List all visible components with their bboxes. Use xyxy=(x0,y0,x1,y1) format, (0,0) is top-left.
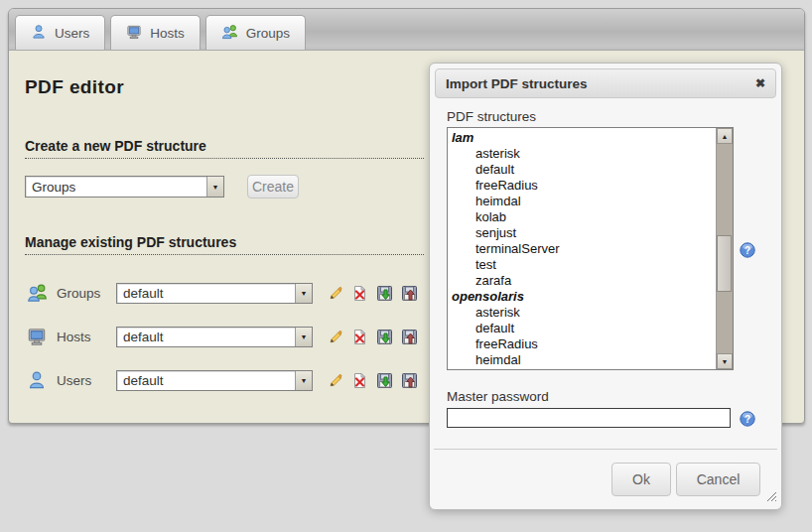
pdf-structure-item[interactable]: zarafa xyxy=(452,273,733,289)
pdf-structure-item[interactable]: test xyxy=(452,257,733,273)
new-structure-type-select[interactable]: Groups ▼ xyxy=(25,176,224,198)
delete-icon[interactable] xyxy=(351,329,368,345)
export-icon[interactable] xyxy=(376,329,393,345)
scroll-down-button[interactable]: ▼ xyxy=(717,353,733,369)
import-icon[interactable] xyxy=(401,285,418,302)
users-structure-select[interactable]: default ▼ xyxy=(116,370,313,391)
import-icon[interactable] xyxy=(401,372,418,389)
groups-structure-select[interactable]: default ▼ xyxy=(116,283,313,304)
cancel-button[interactable]: Cancel xyxy=(676,463,760,496)
help-icon[interactable]: ? xyxy=(740,242,755,261)
pdf-structure-item[interactable]: heimdal xyxy=(452,352,733,368)
user-icon xyxy=(27,370,51,390)
pdf-structure-item[interactable]: senjust xyxy=(452,225,733,241)
host-icon xyxy=(126,24,142,43)
select-value: default xyxy=(117,330,295,344)
tab-label: Users xyxy=(55,26,89,41)
svg-text:?: ? xyxy=(744,245,750,256)
import-icon[interactable] xyxy=(401,329,418,345)
tab-header: Users Hosts Groups xyxy=(9,9,804,51)
select-value: default xyxy=(117,286,295,301)
import-pdf-structures-dialog: Import PDF structures ✖ PDF structures l… xyxy=(429,63,782,510)
svg-text:?: ? xyxy=(744,414,750,425)
tab-hosts[interactable]: Hosts xyxy=(110,15,201,50)
dialog-titlebar[interactable]: Import PDF structures ✖ xyxy=(435,68,776,98)
pdf-structure-item[interactable]: default xyxy=(452,162,733,178)
user-icon xyxy=(31,24,47,43)
pdf-structure-item[interactable]: kolab xyxy=(452,368,733,370)
pdf-structure-item[interactable]: lam xyxy=(452,130,733,146)
scrollbar-thumb[interactable] xyxy=(717,235,732,292)
scroll-up-button[interactable]: ▲ xyxy=(717,128,733,144)
close-icon[interactable]: ✖ xyxy=(755,77,765,89)
resize-grip-icon[interactable] xyxy=(764,489,778,506)
edit-icon[interactable] xyxy=(327,372,343,389)
edit-icon[interactable] xyxy=(327,285,343,302)
export-icon[interactable] xyxy=(376,372,393,389)
tab-strip: Users Hosts Groups xyxy=(15,15,306,50)
dropdown-arrow-icon: ▼ xyxy=(295,371,312,390)
row-actions xyxy=(327,329,418,345)
pdf-structures-listbox[interactable]: lamasteriskdefaultfreeRadiusheimdalkolab… xyxy=(447,127,734,370)
row-actions xyxy=(327,285,418,302)
groups-icon xyxy=(221,24,238,43)
manage-section-heading: Manage existing PDF structures xyxy=(25,234,424,255)
delete-icon[interactable] xyxy=(351,372,368,389)
listbox-scrollbar[interactable]: ▲ ▼ xyxy=(716,128,733,369)
pdf-structure-item[interactable]: asterisk xyxy=(452,146,733,162)
pdf-structure-item[interactable]: freeRadius xyxy=(452,336,733,352)
tab-users[interactable]: Users xyxy=(15,15,105,50)
pdf-structure-item[interactable]: freeRadius xyxy=(452,178,733,194)
host-icon xyxy=(27,327,51,346)
export-icon[interactable] xyxy=(376,285,393,302)
pdf-structure-item[interactable]: heimdal xyxy=(452,194,733,209)
pdf-structures-label: PDF structures xyxy=(447,109,536,124)
dropdown-arrow-icon: ▼ xyxy=(295,328,312,346)
dialog-title: Import PDF structures xyxy=(446,76,755,91)
pdf-structure-item[interactable]: terminalServer xyxy=(452,241,733,257)
tab-label: Groups xyxy=(246,26,290,41)
dropdown-arrow-icon: ▼ xyxy=(295,284,312,303)
row-label: Groups xyxy=(57,286,116,301)
ok-button[interactable]: Ok xyxy=(611,463,671,496)
pdf-structure-item[interactable]: kolab xyxy=(452,209,733,225)
row-label: Hosts xyxy=(57,330,116,344)
select-value: Groups xyxy=(26,180,206,195)
pdf-structure-item[interactable]: opensolaris xyxy=(452,289,733,305)
edit-icon[interactable] xyxy=(327,329,343,345)
tab-label: Hosts xyxy=(150,26,185,41)
hosts-structure-select[interactable]: default ▼ xyxy=(116,327,313,347)
pdf-structure-item[interactable]: default xyxy=(452,321,733,336)
master-password-input[interactable] xyxy=(447,408,731,428)
groups-icon xyxy=(27,283,51,303)
pdf-structures-list: lamasteriskdefaultfreeRadiusheimdalkolab… xyxy=(448,128,733,370)
select-value: default xyxy=(117,373,295,388)
dialog-buttonpane: Ok Cancel xyxy=(434,449,777,509)
master-password-label: Master password xyxy=(447,389,549,404)
dropdown-arrow-icon: ▼ xyxy=(206,177,223,197)
row-actions xyxy=(327,372,418,389)
help-icon[interactable]: ? xyxy=(740,411,755,430)
row-label: Users xyxy=(57,373,116,388)
tab-groups[interactable]: Groups xyxy=(205,15,306,50)
delete-icon[interactable] xyxy=(351,285,368,302)
create-button[interactable]: Create xyxy=(247,175,299,199)
create-section-heading: Create a new PDF structure xyxy=(25,138,424,159)
pdf-structure-item[interactable]: asterisk xyxy=(452,305,733,321)
